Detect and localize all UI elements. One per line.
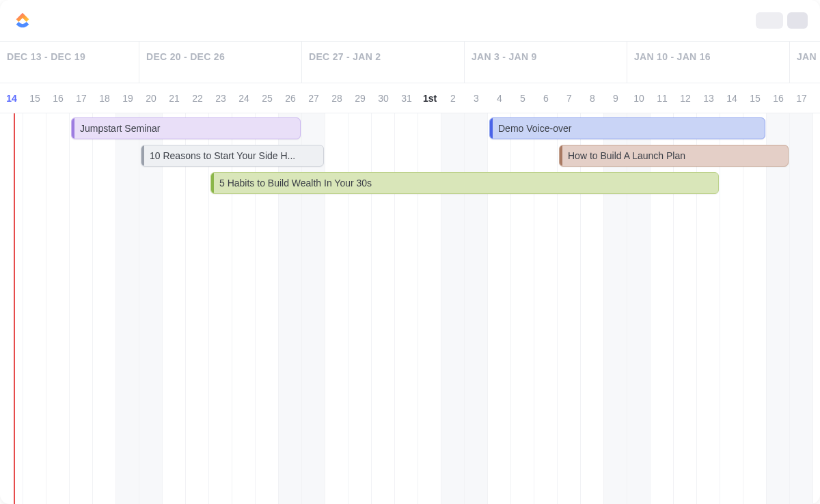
timeline-body[interactable]: Jumpstart Seminar10 Reasons to Start You… (0, 113, 820, 504)
week-header: DEC 13 - DEC 19 (0, 42, 139, 83)
day-header[interactable]: 15 (743, 93, 767, 104)
day-header[interactable]: 13 (697, 93, 720, 104)
day-header[interactable]: 15 (23, 93, 46, 104)
weeks-header: DEC 13 - DEC 19DEC 20 - DEC 26DEC 27 - J… (0, 41, 820, 83)
day-header[interactable]: 17 (790, 93, 813, 104)
week-label: JAN 10 - JAN 16 (634, 51, 711, 62)
task-bar-status-edge (211, 173, 214, 193)
day-header[interactable]: 7 (558, 93, 581, 104)
timeline-bars: Jumpstart Seminar10 Reasons to Start You… (0, 113, 820, 504)
day-header[interactable]: 14 (0, 93, 23, 104)
week-label: DEC 13 - DEC 19 (7, 51, 85, 62)
day-header[interactable]: 26 (279, 93, 302, 104)
week-label: JAN 3 - JAN 9 (472, 51, 537, 62)
week-label: DEC 20 - DEC 26 (146, 51, 225, 62)
week-header: JAN (790, 42, 820, 83)
day-header[interactable]: 4 (488, 93, 511, 104)
day-header[interactable]: 9 (604, 93, 627, 104)
day-header[interactable]: 16 (767, 93, 790, 104)
app-window: DEC 13 - DEC 19DEC 20 - DEC 26DEC 27 - J… (0, 0, 820, 504)
task-bar[interactable]: Jumpstart Seminar (71, 117, 301, 139)
task-bar[interactable]: Demo Voice-over (489, 117, 765, 139)
day-header[interactable]: 18 (93, 93, 116, 104)
top-bar (0, 0, 820, 41)
day-header[interactable]: 24 (232, 93, 256, 104)
task-bar[interactable]: How to Build A Launch Plan (559, 145, 789, 167)
task-bar-status-edge (141, 145, 144, 166)
task-bar-title: How to Build A Launch Plan (568, 150, 685, 161)
week-label: DEC 27 - JAN 2 (309, 51, 381, 62)
week-label: JAN (797, 51, 817, 62)
day-header[interactable]: 10 (627, 93, 651, 104)
task-bar-title: Demo Voice-over (498, 123, 571, 134)
day-header[interactable]: 21 (163, 93, 186, 104)
day-header[interactable]: 1st (418, 93, 441, 104)
app-logo-icon (12, 10, 33, 31)
day-header[interactable]: 28 (325, 93, 348, 104)
task-bar[interactable]: 5 Habits to Build Wealth In Your 30s (210, 172, 719, 194)
week-header: DEC 27 - JAN 2 (302, 42, 465, 83)
day-header[interactable]: 14 (720, 93, 743, 104)
day-header[interactable]: 22 (186, 93, 209, 104)
task-bar-status-edge (490, 118, 493, 139)
days-row: 1415161718192021222324252627282930311st2… (0, 83, 820, 113)
day-header[interactable]: 12 (674, 93, 697, 104)
day-header[interactable]: 16 (46, 93, 70, 104)
task-bar-title: 5 Habits to Build Wealth In Your 30s (219, 178, 372, 188)
day-header[interactable]: 20 (139, 93, 163, 104)
top-right-controls (756, 12, 808, 29)
day-header[interactable]: 23 (209, 93, 232, 104)
week-header: JAN 3 - JAN 9 (465, 42, 627, 83)
day-header[interactable]: 6 (534, 93, 558, 104)
day-header[interactable]: 29 (348, 93, 372, 104)
today-indicator-line (14, 113, 15, 504)
view-toggle-button[interactable] (756, 12, 783, 29)
view-settings-button[interactable] (787, 12, 808, 29)
day-header[interactable]: 31 (395, 93, 418, 104)
day-header[interactable]: 8 (581, 93, 604, 104)
day-header[interactable]: 30 (372, 93, 395, 104)
task-bar-status-edge (72, 118, 74, 139)
week-header: JAN 10 - JAN 16 (627, 42, 790, 83)
week-header: DEC 20 - DEC 26 (139, 42, 302, 83)
task-bar[interactable]: 10 Reasons to Start Your Side H... (141, 145, 324, 167)
task-bar-status-edge (560, 145, 562, 166)
day-header[interactable]: 17 (70, 93, 93, 104)
day-header[interactable]: 2 (441, 93, 465, 104)
day-header[interactable]: 5 (511, 93, 534, 104)
day-header[interactable]: 27 (302, 93, 325, 104)
task-bar-title: 10 Reasons to Start Your Side H... (150, 150, 295, 161)
day-header[interactable]: 25 (256, 93, 279, 104)
day-header[interactable]: 3 (465, 93, 488, 104)
task-bar-title: Jumpstart Seminar (80, 123, 160, 134)
day-header[interactable]: 19 (116, 93, 139, 104)
day-header[interactable]: 11 (651, 93, 674, 104)
